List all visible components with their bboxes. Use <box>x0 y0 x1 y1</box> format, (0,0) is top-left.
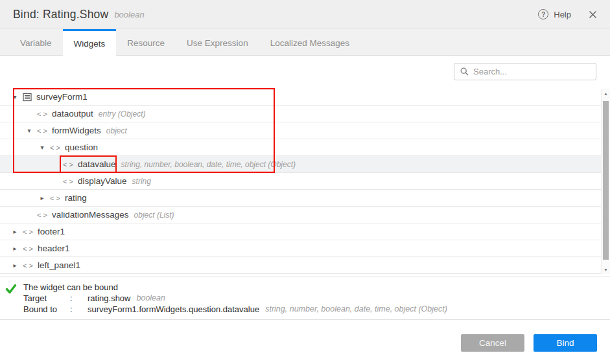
tab-localized-messages[interactable]: Localized Messages <box>259 29 360 55</box>
tree-node-label: left_panel1 <box>38 260 80 270</box>
tab-use-expression[interactable]: Use Expression <box>176 29 259 55</box>
help-icon <box>538 9 548 19</box>
scroll-up-icon[interactable] <box>602 89 610 98</box>
code-brackets-icon <box>62 177 74 185</box>
tree-row-formwidgets[interactable]: formWidgets object <box>0 122 601 139</box>
tree-row-validationmessages[interactable]: validationMessages object (List) <box>0 207 601 223</box>
tree-node-type: string <box>132 177 151 186</box>
chevron-down-icon[interactable] <box>9 93 21 100</box>
dialog-actions: Cancel Bind <box>0 320 610 352</box>
code-brackets-icon <box>22 245 34 253</box>
colon-separator: : <box>70 304 88 315</box>
help-button[interactable]: Help <box>538 9 571 19</box>
tab-resource[interactable]: Resource <box>116 29 176 55</box>
tree-row-question[interactable]: question <box>0 139 601 156</box>
chevron-down-icon[interactable] <box>23 127 35 134</box>
tree-node-label: question <box>65 142 98 152</box>
tab-widgets[interactable]: Widgets <box>63 29 117 56</box>
close-icon[interactable] <box>589 10 597 19</box>
tree-node-type: entry (Object) <box>99 109 146 119</box>
tree-node-label: displayValue <box>78 176 127 186</box>
chevron-right-icon[interactable] <box>9 228 21 235</box>
bound-to-value: surveyForm1.formWidgets.question.dataval… <box>88 304 259 315</box>
code-brackets-icon <box>22 228 34 236</box>
search-row <box>0 56 610 89</box>
chevron-down-icon[interactable] <box>36 144 48 151</box>
tree-row-datavalue-selected[interactable]: datavalue string, number, boolean, date,… <box>0 156 601 173</box>
search-icon <box>460 67 469 76</box>
chevron-right-icon[interactable] <box>9 262 21 269</box>
bind-button[interactable]: Bind <box>534 334 597 352</box>
scroll-down-icon[interactable] <box>602 265 610 274</box>
status-message: The widget can be bound <box>23 282 447 293</box>
scrollbar-track[interactable] <box>602 98 610 265</box>
tree-row-rating[interactable]: rating <box>0 190 601 207</box>
tree-node-label: header1 <box>38 244 70 253</box>
tree-row-displayvalue[interactable]: displayValue string <box>0 173 601 190</box>
widget-tree: surveyForm1 dataoutput entry (Object) fo… <box>0 89 610 274</box>
tree-node-label: footer1 <box>38 227 65 236</box>
help-label: Help <box>554 10 571 19</box>
bound-to-label: Bound to <box>23 304 70 315</box>
tab-bar: Variable Widgets Resource Use Expression… <box>0 29 610 56</box>
code-brackets-icon <box>49 144 61 152</box>
target-label: Target <box>23 293 70 304</box>
dialog-titlebar: Bind: Rating.Show boolean Help <box>0 0 610 29</box>
tree-row-header1[interactable]: header1 <box>0 240 601 257</box>
search-box[interactable] <box>454 63 596 80</box>
bind-dialog: Bind: Rating.Show boolean Help Variable … <box>0 0 610 364</box>
code-brackets-icon <box>22 262 34 269</box>
tree-node-label: datavalue <box>78 159 116 169</box>
cancel-button[interactable]: Cancel <box>461 334 524 352</box>
tree-row-dataoutput[interactable]: dataoutput entry (Object) <box>0 106 601 122</box>
tree-node-label: surveyForm1 <box>36 92 88 102</box>
tree-node-type: string, number, boolean, date, time, obj… <box>121 160 296 169</box>
code-brackets-icon <box>36 211 48 219</box>
code-brackets-icon <box>36 127 48 135</box>
tree-row-footer1[interactable]: footer1 <box>0 223 601 240</box>
tree-row-surveyform1[interactable]: surveyForm1 <box>0 89 601 106</box>
tree-node-label: dataoutput <box>52 109 93 119</box>
scrollbar-thumb[interactable] <box>603 101 609 260</box>
code-brackets-icon <box>36 110 48 118</box>
title-type-annotation: boolean <box>114 10 144 19</box>
success-check-icon <box>5 282 23 313</box>
form-icon <box>22 93 32 102</box>
search-input[interactable] <box>473 67 591 76</box>
chevron-right-icon[interactable] <box>36 194 48 201</box>
binding-status-panel: The widget can be bound Target : rating.… <box>0 277 610 320</box>
page-title: Bind: Rating.Show <box>13 8 108 21</box>
target-value: rating.show <box>88 293 130 304</box>
bound-to-type: string, number, boolean, date, time, obj… <box>265 304 447 315</box>
code-brackets-icon <box>49 194 61 202</box>
tree-node-label: validationMessages <box>52 210 129 220</box>
target-type: boolean <box>136 293 165 304</box>
tree-node-label: rating <box>65 193 87 203</box>
tab-variable[interactable]: Variable <box>9 29 63 55</box>
target-row: Target : rating.show boolean <box>23 293 447 304</box>
bound-to-row: Bound to : surveyForm1.formWidgets.quest… <box>23 304 447 315</box>
tree-node-type: object (List) <box>134 210 174 220</box>
code-brackets-icon <box>62 161 74 168</box>
colon-separator: : <box>70 293 88 304</box>
vertical-scrollbar[interactable] <box>601 89 610 274</box>
tree-row-left-panel1[interactable]: left_panel1 <box>0 257 601 274</box>
chevron-right-icon[interactable] <box>9 245 21 252</box>
tree-node-label: formWidgets <box>52 126 101 135</box>
tree-node-type: object <box>106 126 127 135</box>
